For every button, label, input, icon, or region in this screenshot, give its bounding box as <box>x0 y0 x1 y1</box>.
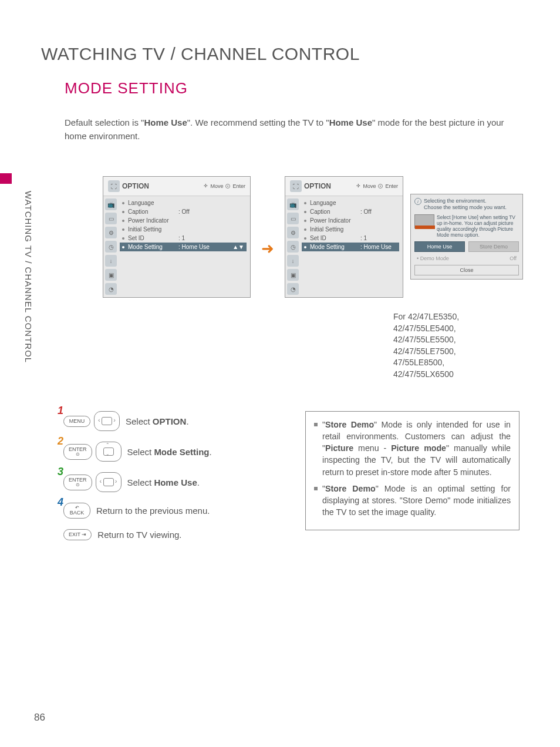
osd-item-initial-setting: Initial Setting <box>120 225 247 234</box>
menu-icon: 📺 <box>287 198 299 210</box>
step-text-bold: OPTION <box>153 416 187 426</box>
step-number-3: 3 <box>58 466 63 478</box>
osd-panel-after: ⛶ OPTION ✢ Move Enter 📺 ▭ ⚙ ◷ ↓ ▣ ◔ Lang… <box>285 176 403 298</box>
dpad-up-down-pill <box>96 442 122 462</box>
osd-header: ⛶ OPTION ✢ Move Enter <box>103 177 250 196</box>
tv-thumbnail-icon <box>414 214 434 228</box>
osd-body: 📺 ▭ ⚙ ◷ ↓ ▣ ◔ Language Caption: Off Powe… <box>103 196 250 297</box>
step-2-text: Select Mode Setting. <box>127 447 212 457</box>
move-icon: ✢ <box>204 185 208 187</box>
step-3: 3 ENTER⊙ Select Home Use. <box>63 472 263 492</box>
enter-dot-icon: ⊙ <box>69 452 87 457</box>
menu-icon: ⚙ <box>287 227 299 238</box>
enter-icon <box>378 184 383 189</box>
osd-hints: ✢ Move Enter <box>204 183 245 189</box>
osd-item-value: : Home Use <box>178 244 214 250</box>
mode-setting-popup: i Selecting the environment. Choose the … <box>410 194 523 280</box>
step-4: 4 ↶BACK Return to the previous menu. <box>63 503 263 519</box>
exit-button-pill: EXIT ⇥ <box>63 529 92 540</box>
step-exit: EXIT ⇥ Return to TV viewing. <box>63 529 263 540</box>
osd-body: 📺 ▭ ⚙ ◷ ↓ ▣ ◔ Language Caption: Off Powe… <box>285 196 403 297</box>
close-button[interactable]: Close <box>414 265 519 275</box>
osd-menu-list: Language Caption: Off Power Indicator In… <box>301 196 403 297</box>
osd-header: ⛶ OPTION ✢ Move Enter <box>285 177 403 196</box>
step-2: 2 ENTER⊙ Select Mode Setting. <box>63 442 263 462</box>
osd-item-value: : Home Use <box>360 244 396 250</box>
enter-label: Enter <box>232 183 245 189</box>
intro-text-part: Default selection is " <box>65 117 144 127</box>
transition-arrow-icon: ➜ <box>261 240 274 258</box>
osd-item-power-indicator: Power Indicator <box>302 216 399 225</box>
pill-label: EXIT <box>69 531 80 537</box>
osd-item-value: : 1 <box>178 235 214 241</box>
store-demo-notes: "Store Demo" Mode is only intended for u… <box>305 411 519 530</box>
osd-item-label: Initial Setting <box>310 226 360 233</box>
step-text-bold: Home Use <box>154 477 197 487</box>
menu-icon: ▭ <box>105 213 117 224</box>
option-icon: ⛶ <box>290 180 302 192</box>
page-main-title: WATCHING TV / CHANNEL CONTROL <box>41 44 360 64</box>
step-text-part: Select <box>127 447 154 457</box>
step-text-part: . <box>210 447 212 457</box>
osd-item-label: Set ID <box>128 235 178 241</box>
osd-item-label: Set ID <box>310 235 360 241</box>
pill-label: ENTER <box>69 477 87 483</box>
osd-item-label: Power Indicator <box>128 217 178 224</box>
move-label: Move <box>363 183 376 189</box>
osd-item-value: : 1 <box>360 235 396 241</box>
step-4-text: Return to the previous menu. <box>96 506 210 516</box>
note-item-1: "Store Demo" Mode is only intended for u… <box>314 419 511 478</box>
enter-label: Enter <box>385 183 398 189</box>
side-accent-bar <box>0 173 12 184</box>
popup-header: i Selecting the environment. Choose the … <box>414 198 519 211</box>
menu-icon: ▣ <box>105 269 117 281</box>
demo-mode-row: • Demo Mode Off <box>414 254 519 265</box>
osd-item-caption: Caption: Off <box>302 207 399 216</box>
intro-bold-home-use-2: Home Use <box>329 117 372 127</box>
pill-label: BACK <box>70 510 85 516</box>
option-icon: ⛶ <box>108 180 120 192</box>
step-text-part: Select <box>127 477 154 487</box>
home-use-button[interactable]: Home Use <box>414 241 465 252</box>
page-number: 86 <box>34 712 45 724</box>
osd-item-mode-setting: Mode Setting: Home Use <box>302 243 399 251</box>
menu-icon: ◷ <box>105 241 117 253</box>
exit-arrow-icon: ⇥ <box>82 531 86 537</box>
popup-button-row: Home Use Store Demo <box>414 241 519 252</box>
osd-item-language: Language <box>302 198 399 207</box>
osd-panel-before: ⛶ OPTION ✢ Move Enter 📺 ▭ ⚙ ◷ ↓ ▣ ◔ Lang… <box>103 176 251 298</box>
osd-title: OPTION <box>122 182 204 190</box>
demo-mode-label: • Demo Mode <box>417 255 506 261</box>
osd-item-initial-setting: Initial Setting <box>302 225 399 234</box>
osd-diagram-row: ⛶ OPTION ✢ Move Enter 📺 ▭ ⚙ ◷ ↓ ▣ ◔ Lang… <box>103 176 525 298</box>
step-text-bold: Mode Setting <box>154 447 209 457</box>
osd-item-set-id: Set ID: 1 <box>302 234 399 243</box>
osd-item-label: Power Indicator <box>310 217 360 224</box>
osd-item-label: Caption <box>310 208 360 215</box>
enter-button-pill: ENTER⊙ <box>63 475 92 490</box>
intro-bold-home-use-1: Home Use <box>144 117 187 127</box>
osd-item-value: : Off <box>360 208 396 215</box>
step-text-part: Select <box>126 416 153 426</box>
step-number-1: 1 <box>58 405 63 417</box>
osd-item-label: Mode Setting <box>310 244 360 250</box>
section-title: MODE SETTING <box>65 79 188 97</box>
osd-item-caption: Caption: Off <box>120 207 247 216</box>
updown-arrow-icon: ▲▼ <box>232 244 244 250</box>
menu-button-pill: MENU <box>63 416 90 427</box>
osd-sidebar-icons: 📺 ▭ ⚙ ◷ ↓ ▣ ◔ <box>285 196 301 297</box>
dpad-left-right-pill <box>96 472 122 492</box>
osd-title: OPTION <box>304 182 356 190</box>
dpad-left-right-pill <box>94 411 120 431</box>
osd-item-power-indicator: Power Indicator <box>120 216 247 225</box>
osd-item-label: Mode Setting <box>128 244 178 250</box>
note-item-2: "Store Demo" Mode is an optimal setting … <box>314 483 511 518</box>
step-text-part: . <box>197 477 200 487</box>
popup-explanation: Select [Home Use] when setting TV up in-… <box>414 214 519 238</box>
menu-icon: ▭ <box>287 213 299 224</box>
vertical-section-label: WATCHING TV / CHANNEL CONTROL <box>23 191 33 363</box>
osd-item-label: Language <box>128 200 178 206</box>
store-demo-button[interactable]: Store Demo <box>468 241 519 252</box>
pill-label: ENTER <box>69 446 87 452</box>
osd-item-value: : Off <box>178 208 214 215</box>
